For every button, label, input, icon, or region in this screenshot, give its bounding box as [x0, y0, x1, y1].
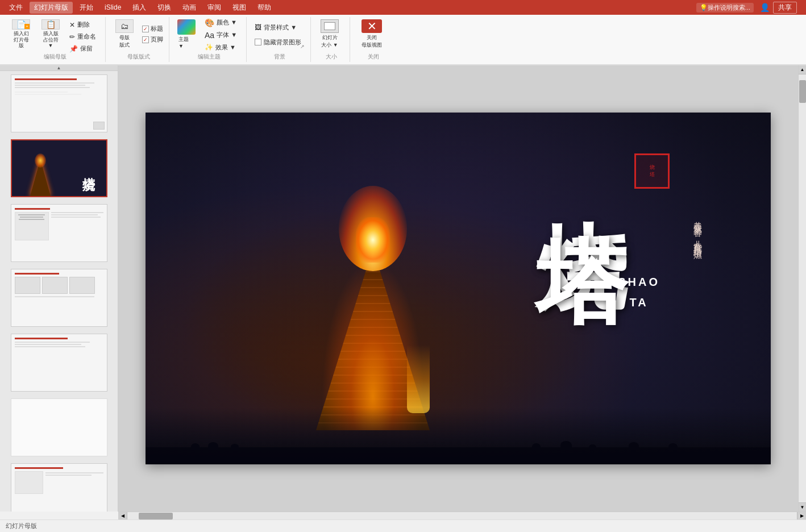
fonts-label: 字体 ▼	[217, 31, 237, 39]
seal-text: 烧塔	[650, 164, 655, 178]
menu-item-transition[interactable]: 切换	[153, 2, 176, 14]
menu-item-file[interactable]: 文件	[5, 2, 27, 14]
menu-item-islide[interactable]: iSlide	[100, 2, 126, 13]
master-layout-label: 母版版式	[119, 34, 130, 49]
user-icon: 👤	[760, 3, 770, 12]
seal-stamp: 烧塔	[634, 153, 670, 189]
insert-slide-master-label: 插入幻灯片母版	[11, 31, 31, 49]
master-layout-group-label: 母版版式	[127, 53, 150, 61]
hide-bg-button[interactable]: 隐藏背景图形	[251, 36, 305, 48]
fire-tower	[305, 214, 441, 430]
title-checkbox-row[interactable]: ✓ 标题	[142, 24, 163, 33]
scrollbar-handle[interactable]	[799, 80, 806, 103]
hide-bg-label: 隐藏背景图形	[264, 38, 301, 47]
ribbon-content: 📄 + 插入幻灯片母版 📋 插入版占位符 ▼ ✕ 删除	[0, 15, 806, 65]
title-checkbox[interactable]: ✓	[142, 26, 149, 32]
preserve-button[interactable]: 📌 保留	[66, 43, 99, 54]
rename-icon: ✏	[69, 33, 75, 41]
panel-scroll-up[interactable]: ▲	[0, 65, 118, 71]
background-group-label: 背景	[274, 53, 285, 61]
insert-layout-label: 插入版占位符 ▼	[41, 31, 60, 49]
slide-panel: ▲	[0, 65, 118, 512]
slide-thumb-4[interactable]	[11, 269, 107, 327]
close-master-label: 关闭母版视图	[362, 34, 382, 49]
menu-item-review[interactable]: 审阅	[203, 2, 226, 14]
ribbon: 📄 + 插入幻灯片母版 📋 插入版占位符 ▼ ✕ 删除	[0, 15, 806, 65]
insert-slide-master-button[interactable]: 📄 + 插入幻灯片母版	[7, 17, 35, 51]
colors-icon: 🎨	[205, 18, 214, 27]
scrollbar-left-button[interactable]: ◀	[118, 512, 127, 519]
fonts-button[interactable]: Aa 字体 ▼	[201, 30, 240, 41]
bg-style-button[interactable]: 🖼 背景样式 ▼	[251, 21, 305, 34]
scrollbar-track	[799, 74, 806, 502]
subtitle-ta: TA	[618, 292, 660, 313]
lightbulb-icon: 💡	[700, 4, 708, 11]
colors-label: 颜色 ▼	[217, 18, 237, 27]
effects-label: 效果 ▼	[215, 43, 236, 52]
theme-button[interactable]: 主题 ▼	[174, 17, 199, 51]
scrollbar-h-handle[interactable]	[139, 513, 173, 519]
layout-icon: 📋	[41, 19, 60, 30]
search-bar[interactable]: 💡 操作说明搜索...	[696, 3, 754, 13]
effects-button[interactable]: ✨ 效果 ▼	[201, 42, 240, 53]
chevron-up-icon: ▲	[57, 65, 61, 70]
delete-button[interactable]: ✕ 删除	[66, 19, 99, 30]
effects-icon: ✨	[205, 43, 213, 51]
slide-master-icon: 📄 +	[12, 19, 30, 30]
menu-item-help[interactable]: 帮助	[253, 2, 276, 14]
status-bar: 幻灯片母版	[0, 519, 806, 532]
footer-checkbox[interactable]: ✓	[142, 36, 149, 43]
preserve-label: 保留	[80, 44, 93, 53]
hide-bg-checkbox[interactable]	[255, 39, 261, 45]
scrollbar-up-button[interactable]: ▲	[799, 65, 806, 74]
slide-thumb-5[interactable]	[11, 334, 107, 392]
ribbon-group-close: ✕ 关闭母版视图 关闭	[352, 17, 394, 62]
slide-thumb-6[interactable]	[11, 398, 107, 456]
slide-thumb-1[interactable]	[11, 74, 107, 132]
footer-checkbox-row[interactable]: ✓ 页脚	[142, 35, 163, 44]
title-checkbox-label: 标题	[151, 24, 163, 33]
rename-label: 重命名	[77, 32, 96, 41]
slide-canvas[interactable]: 烧 塔 SHAO TA 烧塔 巷弄飘菜香，儿童聚瓦结塔燃。	[146, 113, 771, 464]
crowd-layer	[146, 436, 771, 464]
preserve-icon: 📌	[69, 45, 78, 53]
slide-thumb-2[interactable]: 烧塔	[11, 139, 107, 197]
ribbon-group-size: 幻灯片大小 ▼ 大小	[313, 17, 350, 62]
edit-theme-group-label: 编辑主题	[198, 53, 221, 61]
colors-button[interactable]: 🎨 颜色 ▼	[201, 17, 240, 28]
theme-label: 主题 ▼	[178, 36, 194, 49]
status-text: 幻灯片母版	[6, 522, 37, 530]
slide-size-button[interactable]: 幻灯片大小 ▼	[315, 17, 344, 51]
bg-style-label: 背景样式 ▼	[264, 23, 297, 32]
background-expand-icon[interactable]: ↗	[300, 44, 307, 51]
delete-label: 删除	[77, 20, 90, 29]
ribbon-group-master-layout: 🗂 母版版式 ✓ 标题 ✓ 页脚 母版版式	[108, 17, 169, 62]
share-button[interactable]: 共享	[773, 2, 797, 14]
menu-item-slidemaster[interactable]: 幻灯片母版	[30, 2, 73, 14]
menu-item-view[interactable]: 视图	[228, 2, 251, 14]
main-title-chinese: 烧 塔	[541, 147, 623, 161]
edit-master-group-label: 编辑母版	[44, 53, 67, 61]
theme-icon	[177, 19, 196, 35]
canvas-area: 烧 塔 SHAO TA 烧塔 巷弄飘菜香，儿童聚瓦结塔燃。	[118, 65, 798, 512]
close-master-button[interactable]: ✕ 关闭母版视图	[355, 17, 389, 51]
subtitle-shao: SHAO	[618, 272, 660, 292]
ribbon-group-edit-theme: 主题 ▼ 🎨 颜色 ▼ Aa 字体 ▼ ✨ 效果 ▼	[172, 17, 247, 62]
slide-thumb-3[interactable]	[11, 204, 107, 262]
menu-item-start[interactable]: 开始	[75, 2, 98, 14]
insert-layout-button[interactable]: 📋 插入版占位符 ▼	[36, 17, 65, 51]
menu-item-animation[interactable]: 动画	[178, 2, 201, 14]
search-placeholder: 操作说明搜索...	[708, 3, 750, 12]
menu-item-insert[interactable]: 插入	[128, 2, 151, 14]
main-area: ▲	[0, 65, 806, 512]
bottom-scrollbar: ◀ ▶	[118, 512, 806, 519]
master-layout-button[interactable]: 🗂 母版版式	[110, 17, 139, 51]
rename-button[interactable]: ✏ 重命名	[66, 31, 99, 42]
subtitle-latin: SHAO TA	[618, 272, 660, 313]
right-light	[407, 345, 430, 413]
bg-style-icon: 🖼	[255, 23, 261, 31]
slide-thumb-7[interactable]	[11, 463, 107, 512]
slide-size-label: 幻灯片大小 ▼	[321, 34, 338, 49]
scrollbar-right-button[interactable]: ▶	[797, 512, 806, 519]
scrollbar-down-button[interactable]: ▼	[799, 502, 806, 512]
